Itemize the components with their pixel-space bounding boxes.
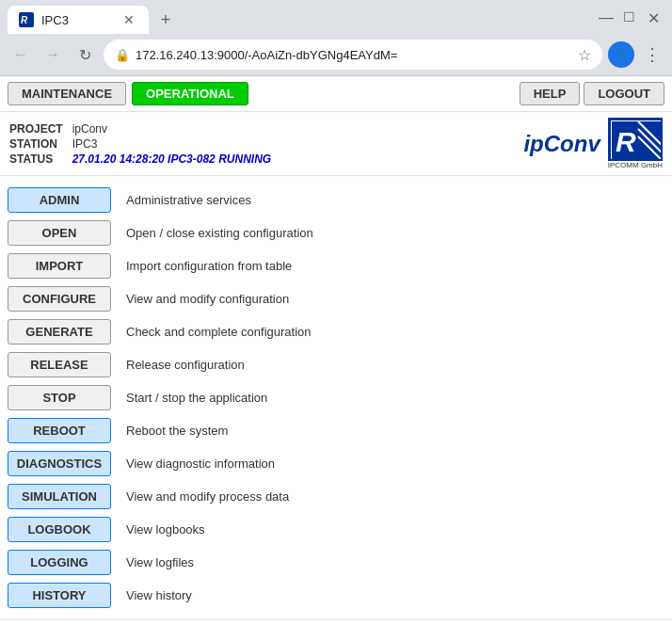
forward-button[interactable]: → <box>40 41 66 68</box>
new-tab-button[interactable]: + <box>152 7 179 33</box>
minimize-button[interactable]: — <box>599 9 616 24</box>
menu-button-release[interactable]: RELEASE <box>8 352 111 377</box>
menu-button-logging[interactable]: LOGGING <box>8 550 111 575</box>
menu-desc-admin: Administrative services <box>126 193 251 207</box>
address-bar-row: ← → ↻ 🔒 172.16.240.13:9000/-AoAiZn-dbYGN… <box>0 34 672 75</box>
status-key: STATUS <box>9 152 63 166</box>
logout-button[interactable]: LOGOUT <box>584 82 664 105</box>
svg-text:R: R <box>616 126 636 157</box>
browser-window: R IPC3 ✕ + — ☐ ✕ ← → ↻ 🔒 172.16.240.13:9… <box>0 0 672 625</box>
logo-box: R <box>608 118 663 161</box>
station-value: IPC3 <box>72 137 271 151</box>
menu-row: GENERATECheck and complete configuration <box>0 315 672 348</box>
tab-favicon: R <box>19 12 34 27</box>
tab-close-button[interactable]: ✕ <box>120 11 137 28</box>
menu-desc-simulation: View and modify process data <box>126 489 289 504</box>
browser-tab[interactable]: R IPC3 ✕ <box>8 6 149 34</box>
menu-row: DIAGNOSTICSView diagnostic information <box>0 447 672 480</box>
menu-button-logbook[interactable]: LOGBOOK <box>8 517 111 542</box>
menu-button-reboot[interactable]: REBOOT <box>8 418 111 443</box>
menu-row: IMPORTImport configuration from table <box>0 249 672 282</box>
menu-button-generate[interactable]: GENERATE <box>8 319 111 345</box>
svg-text:R: R <box>21 15 28 25</box>
menu-button-open[interactable]: OPEN <box>8 220 111 246</box>
menu-desc-diagnostics: View diagnostic information <box>126 457 275 471</box>
project-info-bar: PROJECT ipConv STATION IPC3 STATUS 27.01… <box>0 112 672 176</box>
page-content: MAINTENANCE OPERATIONAL HELP LOGOUT PROJ… <box>0 75 672 625</box>
tab-bar: R IPC3 ✕ + — ☐ ✕ <box>0 0 672 34</box>
reload-button[interactable]: ↻ <box>72 41 98 68</box>
project-value: ipConv <box>72 122 271 136</box>
browser-menu-button[interactable]: ⋮ <box>640 40 664 69</box>
help-button[interactable]: HELP <box>520 82 581 105</box>
menu-desc-logging: View logfiles <box>126 555 194 569</box>
address-bar[interactable]: 🔒 172.16.240.13:9000/-AoAiZn-dbYGNg4EAYd… <box>104 40 602 70</box>
operational-button[interactable]: OPERATIONAL <box>132 82 248 105</box>
logo-company-name: IPCOMM GmbH <box>608 161 663 169</box>
window-controls: — ☐ ✕ <box>599 9 664 30</box>
menu-row: LOGBOOKView logbooks <box>0 513 672 546</box>
menu-desc-logbook: View logbooks <box>126 522 205 537</box>
menu-desc-reboot: Reboot the system <box>126 424 228 438</box>
menu-desc-stop: Start / stop the application <box>126 391 267 405</box>
menu-row: STOPStart / stop the application <box>0 381 672 414</box>
info-labels: PROJECT ipConv STATION IPC3 STATUS 27.01… <box>9 122 271 166</box>
menu-row: SIMULATIONView and modify process data <box>0 480 672 513</box>
menu-desc-generate: Check and complete configuration <box>126 325 312 339</box>
close-button[interactable]: ✕ <box>648 9 664 24</box>
maintenance-button[interactable]: MAINTENANCE <box>8 82 126 105</box>
menu-button-admin[interactable]: ADMIN <box>8 187 111 213</box>
project-key: PROJECT <box>9 122 63 136</box>
menu-list: ADMINAdministrative servicesOPENOpen / c… <box>0 176 672 619</box>
footer: ipConv 4.0 2020/01/24 / IPCT_SW_4.0T29 [… <box>0 619 672 625</box>
logo-text: ipConv <box>523 131 600 157</box>
menu-row: RELEASERelease configuration <box>0 348 672 381</box>
menu-button-import[interactable]: IMPORT <box>8 253 111 279</box>
menu-row: OPENOpen / close existing configuration <box>0 216 672 249</box>
menu-button-stop[interactable]: STOP <box>8 385 111 410</box>
menu-desc-release: Release configuration <box>126 358 245 372</box>
menu-row: ADMINAdministrative services <box>0 184 672 216</box>
menu-row: CONFIGUREView and modify configuration <box>0 282 672 315</box>
menu-desc-history: View history <box>126 588 192 602</box>
menu-button-history[interactable]: HISTORY <box>8 583 111 608</box>
menu-button-configure[interactable]: CONFIGURE <box>8 286 111 312</box>
company-logo: ipConv R <box>523 118 663 169</box>
action-bar: MAINTENANCE OPERATIONAL HELP LOGOUT <box>0 76 672 112</box>
profile-button[interactable]: 👤 <box>608 41 634 68</box>
menu-desc-import: Import configuration from table <box>126 259 292 273</box>
status-value: 27.01.20 14:28:20 IPC3-082 RUNNING <box>72 152 271 166</box>
menu-row: LOGGINGView logfiles <box>0 546 672 579</box>
bookmark-icon[interactable]: ☆ <box>578 46 591 64</box>
menu-button-simulation[interactable]: SIMULATION <box>8 484 111 509</box>
menu-desc-open: Open / close existing configuration <box>126 226 313 240</box>
station-key: STATION <box>9 137 63 151</box>
menu-row: REBOOTReboot the system <box>0 414 672 447</box>
address-text: 172.16.240.13:9000/-AoAiZn-dbYGNg4EAYdM= <box>136 48 572 62</box>
menu-button-diagnostics[interactable]: DIAGNOSTICS <box>8 451 111 476</box>
menu-row: HISTORYView history <box>0 579 672 612</box>
tab-title: IPC3 <box>41 13 113 27</box>
back-button[interactable]: ← <box>8 41 34 68</box>
maximize-button[interactable]: ☐ <box>623 9 640 24</box>
lock-icon: 🔒 <box>115 48 130 62</box>
menu-desc-configure: View and modify configuration <box>126 292 289 306</box>
